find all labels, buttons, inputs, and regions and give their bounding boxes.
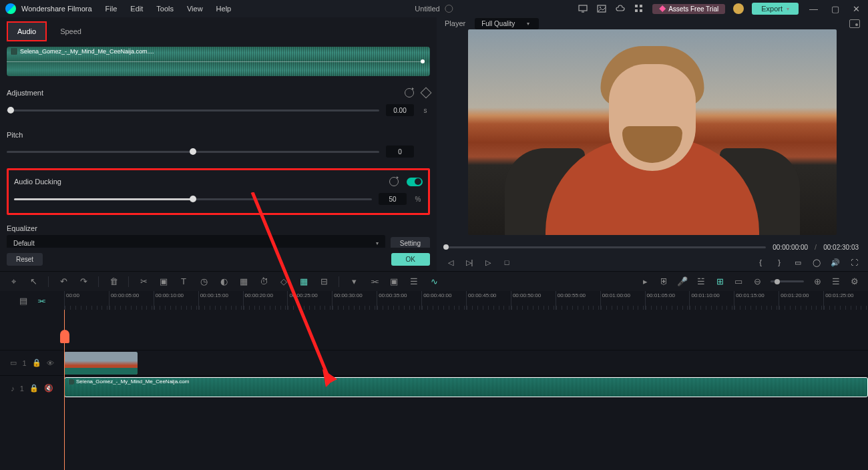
tab-speed[interactable]: Speed — [49, 21, 92, 41]
link-icon[interactable]: ⫘ — [369, 276, 379, 287]
slider-tool-icon[interactable]: ⊟ — [318, 276, 329, 287]
waveform-handle[interactable] — [421, 59, 425, 63]
audio-track-number: 1 — [20, 385, 24, 393]
mark-out-icon[interactable]: } — [775, 258, 784, 267]
maximize-button[interactable]: ▢ — [829, 4, 842, 14]
player-scrubber[interactable] — [446, 246, 766, 248]
track-menu-icon[interactable]: ▤ — [18, 295, 29, 306]
adjustment-keyframe-icon[interactable] — [421, 87, 432, 99]
mark-in-icon[interactable]: { — [756, 258, 765, 267]
volume-icon[interactable]: 🔊 — [831, 258, 840, 267]
sync-icon[interactable] — [445, 5, 453, 13]
audio-clip[interactable]: Selena_Gomez_-_My_Mind_Me_CeeNaija.com — [64, 377, 868, 397]
menu-edit[interactable]: Edit — [130, 5, 143, 13]
select-tool-icon[interactable]: ⌖ — [8, 276, 19, 287]
audio-properties-panel: Audio Speed Selena_Gomez_-_My_Mind_Me_Ce… — [0, 17, 437, 271]
play-icon[interactable]: ▷ — [483, 258, 493, 267]
delete-icon[interactable]: 🗑 — [108, 276, 119, 287]
menu-help[interactable]: Help — [216, 5, 232, 13]
shield-icon[interactable]: ⛨ — [658, 276, 669, 287]
project-name: Untitled — [415, 5, 439, 13]
zoom-slider[interactable] — [771, 280, 804, 282]
app-name: Wondershare Filmora — [21, 5, 92, 13]
ducking-unit: % — [413, 196, 423, 203]
adjustment-reset-icon[interactable] — [405, 88, 414, 97]
eye-icon[interactable]: 👁 — [47, 359, 54, 367]
timer-icon[interactable]: ⏱ — [258, 276, 269, 287]
lock-icon[interactable]: 🔒 — [32, 359, 41, 367]
keyframe-tool-icon[interactable]: ◇ — [278, 276, 289, 287]
video-clip[interactable] — [64, 352, 138, 375]
track-link-icon[interactable]: ⫘ — [35, 295, 46, 306]
cursor-icon[interactable]: ↖ — [28, 276, 39, 287]
ducking-reset-icon[interactable] — [389, 177, 399, 186]
group-icon[interactable]: ▣ — [389, 276, 399, 287]
prev-frame-icon[interactable]: ◁ — [446, 258, 455, 267]
snapshot-icon[interactable] — [849, 19, 860, 28]
ducking-value[interactable]: 50 — [379, 193, 407, 205]
cut-icon[interactable]: ✂ — [138, 276, 149, 287]
menu-tools[interactable]: Tools — [156, 5, 174, 13]
menu-view[interactable]: View — [187, 5, 203, 13]
crop-icon[interactable]: ▣ — [158, 276, 169, 287]
ducking-toggle[interactable] — [407, 178, 423, 186]
settings-icon[interactable]: ⚙ — [849, 276, 860, 287]
ok-button[interactable]: OK — [391, 253, 430, 266]
speed-icon[interactable]: ◷ — [198, 276, 209, 287]
pitch-value[interactable]: 0 — [386, 146, 414, 158]
lock-icon[interactable]: 🔒 — [29, 384, 39, 393]
mute-icon[interactable]: 🔇 — [44, 384, 53, 393]
equalizer-setting-button[interactable]: Setting — [391, 237, 430, 248]
reset-button[interactable]: Reset — [7, 253, 43, 266]
color-icon[interactable]: ◐ — [218, 276, 229, 287]
close-button[interactable]: ✕ — [850, 4, 863, 14]
audio-tool-icon[interactable]: ∿ — [429, 276, 439, 287]
green-icon[interactable]: ▦ — [298, 276, 309, 287]
export-button[interactable]: Export▾ — [752, 3, 799, 15]
picture-icon[interactable] — [596, 3, 607, 14]
audio-track-1: ♪ 1 🔒 🔇 Selena_Gomez_-_My_Mind_Me_CeeNai… — [0, 375, 868, 401]
text-icon[interactable]: T — [178, 276, 189, 287]
video-track-icon[interactable]: ▭ — [10, 359, 17, 367]
adjustment-value[interactable]: 0.00 — [386, 104, 414, 116]
zoom-out-icon[interactable]: ⊖ — [752, 276, 763, 287]
audio-waveform-preview[interactable]: Selena_Gomez_-_My_Mind_Me_CeeNaija.com..… — [7, 47, 430, 76]
redo-icon[interactable]: ↷ — [78, 276, 89, 287]
audio-track-icon[interactable]: ♪ — [11, 385, 15, 393]
playhead-handle[interactable] — [60, 330, 69, 343]
cloud-icon[interactable] — [615, 3, 626, 14]
render-icon[interactable]: ▸ — [640, 276, 650, 287]
display-icon[interactable]: ▭ — [793, 258, 803, 267]
video-preview[interactable] — [468, 29, 837, 235]
layer-icon[interactable]: ☰ — [409, 276, 419, 287]
screen-icon[interactable] — [578, 3, 588, 14]
time-ruler[interactable]: 00:0000:00:05:0000:00:10:0000:00:15:0000… — [64, 291, 868, 310]
zoom-in-icon[interactable]: ⊕ — [812, 276, 823, 287]
effect1-icon[interactable]: ▦ — [238, 276, 249, 287]
fullscreen-icon[interactable]: ⛶ — [849, 258, 859, 267]
minimize-button[interactable]: — — [807, 4, 821, 14]
timeline: ▤ ⫘ 00:0000:00:05:0000:00:10:0000:00:15:… — [0, 291, 868, 470]
snap-tool-icon[interactable]: ⊞ — [714, 276, 725, 287]
camera-icon[interactable]: ◯ — [812, 258, 821, 267]
view-icon[interactable]: ▭ — [733, 276, 744, 287]
undo-icon[interactable]: ↶ — [58, 276, 69, 287]
mixer-icon[interactable]: ☱ — [696, 276, 706, 287]
equalizer-preset-dropdown[interactable]: Default ▾ — [7, 235, 385, 248]
assets-trial-button[interactable]: Assets Free Trial — [652, 4, 725, 14]
adjustment-slider[interactable] — [7, 109, 379, 111]
quality-dropdown[interactable]: Full Quality ▾ — [475, 18, 539, 29]
adjustment-title: Adjustment — [7, 89, 43, 97]
marker-icon[interactable]: ▾ — [349, 276, 359, 287]
list-icon[interactable]: ☰ — [831, 276, 841, 287]
pitch-slider[interactable] — [7, 151, 379, 153]
stop-icon[interactable]: □ — [502, 258, 511, 267]
play-back-icon[interactable]: ▷| — [465, 258, 474, 267]
ducking-slider[interactable] — [14, 198, 372, 200]
user-avatar[interactable] — [733, 3, 744, 14]
svg-rect-5 — [640, 5, 642, 7]
menu-file[interactable]: File — [105, 5, 118, 13]
tab-audio[interactable]: Audio — [7, 21, 47, 41]
mic-icon[interactable]: 🎤 — [677, 276, 688, 287]
apps-icon[interactable] — [634, 3, 644, 14]
